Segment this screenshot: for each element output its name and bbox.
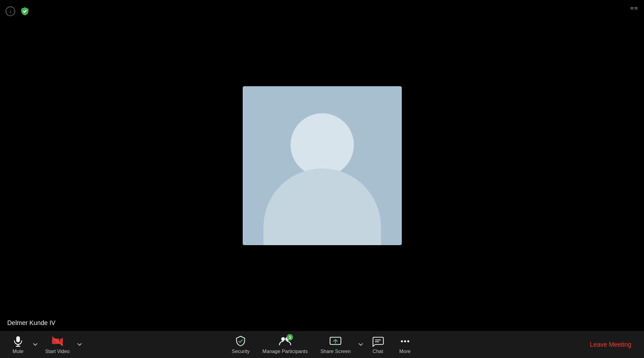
security-shield-icon <box>20 6 30 16</box>
share-screen-icon <box>329 335 342 348</box>
more-label: More <box>400 349 411 354</box>
share-screen-group: Share Screen <box>314 332 364 357</box>
svg-point-11 <box>282 337 285 341</box>
toolbar: Mute <box>0 331 644 358</box>
video-arrow-button[interactable] <box>76 340 83 349</box>
toolbar-right: Leave Meeting <box>584 337 637 352</box>
top-bar: i <box>0 0 644 23</box>
video-group: Start Video <box>39 332 83 357</box>
info-icon[interactable]: i <box>5 6 15 16</box>
leave-meeting-button[interactable]: Leave Meeting <box>584 337 637 352</box>
more-button[interactable]: More <box>391 332 418 357</box>
participants-count-badge: 1 <box>287 334 293 340</box>
video-off-icon <box>51 335 64 348</box>
start-video-button[interactable]: Start Video <box>39 332 76 357</box>
svg-point-16 <box>401 340 403 342</box>
toolbar-center: Security 1 Manage Participants <box>226 332 418 357</box>
share-screen-button[interactable]: Share Screen <box>314 332 357 357</box>
security-toolbar-icon <box>235 335 247 348</box>
mute-group: Mute <box>5 332 39 357</box>
svg-point-17 <box>404 340 406 342</box>
mute-label: Mute <box>13 349 24 354</box>
security-button[interactable]: Security <box>226 332 256 357</box>
more-icon <box>399 335 411 348</box>
chat-label: Chat <box>373 349 383 354</box>
mute-arrow-button[interactable] <box>32 340 39 349</box>
security-label: Security <box>232 349 250 354</box>
toolbar-left: Mute <box>5 332 83 357</box>
participant-avatar-card <box>243 86 402 245</box>
chat-icon <box>371 335 384 348</box>
participants-icon: 1 <box>279 335 291 348</box>
start-video-label: Start Video <box>45 349 70 354</box>
share-screen-label: Share Screen <box>320 349 351 354</box>
avatar-head <box>291 113 354 177</box>
mute-button[interactable]: Mute <box>5 332 32 357</box>
svg-text:i: i <box>9 8 11 15</box>
main-content <box>0 0 644 331</box>
avatar-figure <box>243 86 402 245</box>
participants-group: 1 Manage Participants <box>256 332 314 357</box>
svg-point-18 <box>407 340 409 342</box>
manage-participants-label: Manage Participants <box>263 349 308 354</box>
participant-name: Delmer Kunde IV <box>7 319 56 326</box>
chat-button[interactable]: Chat <box>364 332 391 357</box>
svg-rect-6 <box>16 336 20 342</box>
microphone-icon <box>12 335 24 348</box>
avatar-body <box>263 168 381 245</box>
share-screen-arrow-button[interactable] <box>357 340 364 349</box>
manage-participants-button[interactable]: 1 Manage Participants <box>256 332 314 357</box>
